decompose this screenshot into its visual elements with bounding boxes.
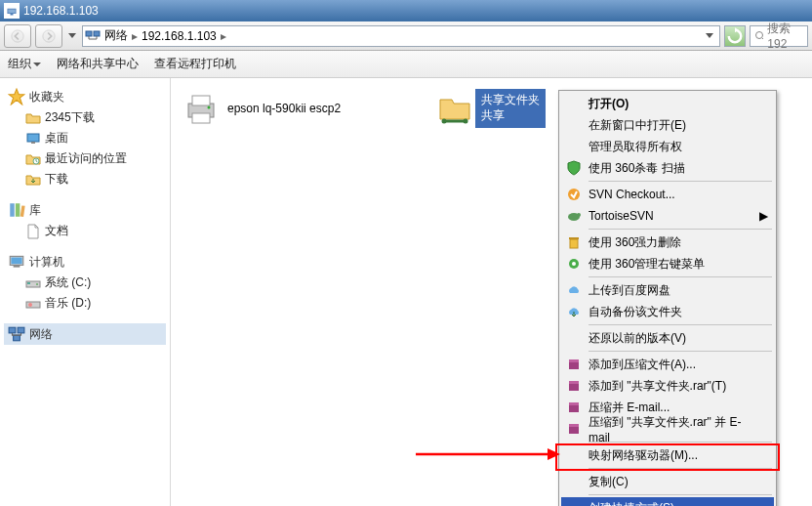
delete-icon bbox=[566, 234, 582, 250]
menu-rarmail[interactable]: 压缩到 "共享文件夹.rar" 并 E-mail bbox=[561, 418, 774, 440]
svg-rect-9 bbox=[27, 134, 39, 142]
svg-rect-13 bbox=[16, 203, 20, 217]
svg-rect-2 bbox=[11, 14, 14, 16]
star-icon bbox=[8, 88, 25, 105]
menu-baidu[interactable]: 上传到百度网盘 bbox=[561, 279, 774, 301]
favorites-group[interactable]: 收藏夹 bbox=[4, 86, 166, 107]
recent-icon bbox=[25, 151, 41, 167]
network-group[interactable]: 网络 bbox=[4, 323, 166, 345]
svg-rect-12 bbox=[10, 203, 15, 217]
sidebar-item[interactable]: 桌面 bbox=[4, 128, 166, 148]
svg-point-20 bbox=[36, 283, 38, 285]
window-titlebar: 192.168.1.103 bbox=[0, 0, 812, 21]
address-sep2: ▸ bbox=[221, 29, 226, 43]
sidebar-item[interactable]: 2345下载 bbox=[4, 107, 166, 128]
item-label: epson lq-590kii escp2 bbox=[227, 102, 341, 115]
shield-icon bbox=[566, 160, 582, 176]
printer-icon bbox=[181, 88, 222, 129]
menu-backup[interactable]: 自动备份该文件夹 bbox=[561, 301, 774, 322]
network-icon bbox=[8, 325, 25, 343]
menu-restore[interactable]: 还原以前的版本(V) bbox=[561, 327, 774, 349]
search-icon bbox=[754, 30, 763, 42]
svg-rect-19 bbox=[27, 282, 30, 284]
tortoise-icon bbox=[566, 208, 582, 224]
svg-rect-16 bbox=[11, 258, 21, 265]
svg-rect-14 bbox=[20, 205, 25, 217]
sidebar-item[interactable]: 最近访问的位置 bbox=[4, 148, 166, 169]
navigation-pane: 收藏夹 2345下载 桌面 最近访问的位置 下载 库 文档 计算机 系统 (C:… bbox=[0, 78, 171, 506]
nav-history-dropdown[interactable] bbox=[66, 33, 78, 39]
library-icon bbox=[8, 201, 25, 219]
refresh-button[interactable] bbox=[724, 25, 746, 47]
svg-rect-27 bbox=[192, 96, 210, 105]
menu-addrar[interactable]: 添加到 "共享文件夹.rar"(T) bbox=[561, 375, 774, 397]
svg-point-4 bbox=[43, 29, 55, 41]
svg-rect-17 bbox=[14, 265, 20, 267]
sidebar-item[interactable]: 音乐 (D:) bbox=[4, 293, 166, 314]
svg-rect-36 bbox=[569, 237, 579, 239]
menu-mgr360[interactable]: 使用 360管理右键菜单 bbox=[561, 253, 774, 274]
archive-icon bbox=[566, 378, 582, 394]
address-net: 网络 bbox=[104, 27, 128, 44]
download-icon bbox=[25, 172, 41, 188]
svg-rect-6 bbox=[94, 31, 100, 36]
menu-newwin[interactable]: 在新窗口中打开(E) bbox=[561, 114, 774, 136]
item-label-selected: 共享文件夹共享 bbox=[475, 89, 546, 127]
folder-icon bbox=[25, 110, 41, 126]
menu-open[interactable]: 打开(O) bbox=[561, 93, 774, 114]
backup-icon bbox=[566, 304, 582, 319]
list-item-selected[interactable]: 共享文件夹共享 bbox=[434, 88, 546, 129]
svg-rect-40 bbox=[569, 359, 579, 362]
menu-scan360[interactable]: 使用 360杀毒 扫描 bbox=[561, 157, 774, 179]
network-icon bbox=[85, 28, 101, 44]
libraries-group[interactable]: 库 bbox=[4, 199, 166, 221]
svg-rect-28 bbox=[192, 113, 210, 123]
svg-point-3 bbox=[12, 29, 23, 41]
computer-icon bbox=[8, 253, 25, 271]
menu-admin[interactable]: 管理员取得所有权 bbox=[561, 136, 774, 157]
svg-rect-23 bbox=[9, 327, 16, 333]
svg-rect-42 bbox=[569, 381, 579, 384]
drive-icon bbox=[25, 275, 41, 291]
svg-point-31 bbox=[464, 119, 468, 124]
address-host: 192.168.1.103 bbox=[142, 29, 217, 43]
address-dropdown-icon[interactable] bbox=[702, 33, 717, 39]
document-icon bbox=[25, 224, 41, 239]
archive-icon bbox=[566, 421, 582, 437]
computer-group[interactable]: 计算机 bbox=[4, 251, 166, 273]
organize-menu[interactable]: 组织 bbox=[8, 56, 41, 72]
window-title: 192.168.1.103 bbox=[23, 4, 99, 18]
address-bar[interactable]: 网络 ▸ 192.168.1.103 ▸ bbox=[82, 25, 720, 47]
menu-copy[interactable]: 复制(C) bbox=[561, 471, 774, 492]
sidebar-item[interactable]: 系统 (C:) bbox=[4, 273, 166, 293]
menu-tortoise[interactable]: TortoiseSVN▶ bbox=[561, 205, 774, 227]
command-bar: 组织 网络和共享中心 查看远程打印机 bbox=[0, 51, 812, 78]
context-menu: 打开(O) 在新窗口中打开(E) 管理员取得所有权 使用 360杀毒 扫描 SV… bbox=[558, 90, 777, 506]
menu-del360[interactable]: 使用 360强力删除 bbox=[561, 232, 774, 253]
menu-shortcut[interactable]: 创建快捷方式(S) bbox=[561, 497, 774, 506]
nav-toolbar: 网络 ▸ 192.168.1.103 ▸ 搜索 192 bbox=[0, 21, 812, 51]
view-printers-button[interactable]: 查看远程打印机 bbox=[154, 56, 236, 72]
svg-point-38 bbox=[572, 262, 576, 266]
back-button[interactable] bbox=[4, 24, 31, 48]
svg-point-34 bbox=[577, 213, 581, 217]
svn-icon bbox=[566, 187, 582, 202]
sidebar-item[interactable]: 下载 bbox=[4, 169, 166, 190]
svg-rect-1 bbox=[8, 10, 16, 14]
sidebar-item[interactable]: 文档 bbox=[4, 221, 166, 241]
cloud-icon bbox=[566, 282, 582, 298]
list-item[interactable]: epson lq-590kii escp2 bbox=[181, 88, 395, 129]
svg-point-22 bbox=[28, 303, 32, 307]
menu-addzip[interactable]: 添加到压缩文件(A)... bbox=[561, 354, 774, 375]
search-placeholder: 搜索 192 bbox=[767, 21, 803, 51]
forward-button[interactable] bbox=[35, 24, 62, 48]
svg-point-30 bbox=[442, 119, 447, 124]
network-center-button[interactable]: 网络和共享中心 bbox=[57, 56, 139, 72]
svg-rect-46 bbox=[569, 424, 579, 427]
svg-rect-24 bbox=[18, 327, 24, 333]
drive-icon bbox=[25, 296, 41, 312]
search-input[interactable]: 搜索 192 bbox=[750, 25, 808, 47]
svg-rect-10 bbox=[31, 142, 35, 144]
menu-mapdrive[interactable]: 映射网络驱动器(M)... bbox=[561, 444, 774, 466]
menu-svn[interactable]: SVN Checkout... bbox=[561, 184, 774, 205]
